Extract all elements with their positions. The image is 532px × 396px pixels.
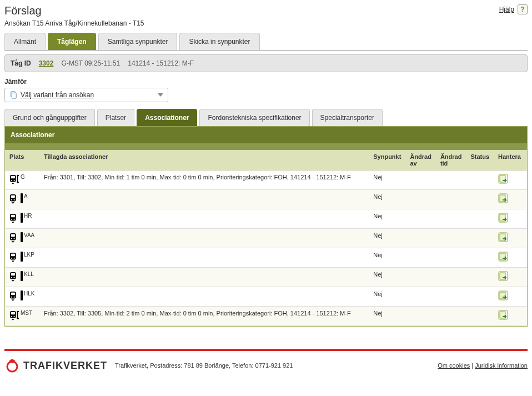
svg-point-14: [11, 199, 12, 200]
subtab-grund[interactable]: Grund och gånguppgifter: [4, 109, 95, 126]
th-andrad-av: Ändrad av: [405, 150, 436, 171]
hantera-button[interactable]: [498, 256, 508, 263]
association-text: [39, 209, 369, 229]
andrad-tid-value: [436, 268, 466, 287]
stop-bar-icon: [21, 271, 23, 281]
stop-bar-icon: [21, 232, 23, 242]
hantera-button[interactable]: [498, 178, 508, 185]
tab-skicka-synpunkter[interactable]: Skicka in synpunkter: [179, 33, 259, 50]
compare-dropdown[interactable]: Välj variant från ansökan: [4, 88, 168, 102]
status-value: [466, 209, 494, 229]
andrad-av-value: [405, 248, 436, 268]
plats-code: MST: [21, 310, 32, 316]
plats-code: LKP: [24, 252, 34, 258]
synpunkt-value: Nej: [369, 307, 405, 326]
andrad-tid-value: [436, 171, 466, 190]
table-row: KLLNej: [5, 268, 527, 287]
andrad-tid-value: [436, 209, 466, 229]
andrad-av-value: [405, 171, 436, 190]
synpunkt-value: Nej: [369, 190, 405, 209]
table-row: VAANej: [5, 229, 527, 248]
andrad-tid-value: [436, 248, 466, 268]
tab-taglagen[interactable]: Tåglägen: [48, 33, 96, 50]
footer: TRAFIKVERKET Trafikverket, Postadress: 7…: [4, 349, 528, 373]
svg-point-4: [11, 180, 12, 181]
plats-code: A: [24, 193, 28, 199]
page-subtitle: Ansökan T15 Arriva Tåg/Kinnekullebanan -…: [4, 19, 528, 27]
subtab-specialtransporter[interactable]: Specialtransporter: [312, 109, 383, 126]
svg-rect-8: [17, 175, 19, 176]
train-icon: [9, 232, 19, 244]
cookies-link[interactable]: Om cookies: [438, 362, 470, 369]
legal-link[interactable]: Juridisk information: [475, 362, 528, 369]
svg-rect-39: [500, 253, 505, 260]
svg-marker-6: [12, 183, 14, 184]
andrad-av-value: [405, 229, 436, 248]
association-text: [39, 268, 369, 287]
hantera-button[interactable]: [498, 198, 508, 204]
andrad-av-value: [405, 268, 436, 287]
help-icon[interactable]: ?: [518, 4, 528, 14]
association-text: [39, 248, 369, 268]
train-infobar: Tåg ID 3302 G-MST 09:25-11:51 141214 - 1…: [4, 54, 528, 72]
status-value: [466, 268, 494, 287]
association-text: Från: 3302, Till: 3305, Min-tid: 2 tim 0…: [39, 307, 369, 326]
svg-rect-25: [500, 214, 505, 221]
chevron-down-icon: [158, 93, 163, 97]
train-icon: [9, 213, 19, 225]
hantera-button[interactable]: [498, 275, 508, 282]
svg-point-5: [13, 180, 14, 181]
andrad-tid-value: [436, 307, 466, 326]
plats-code: HLK: [24, 290, 34, 297]
svg-point-42: [11, 277, 12, 278]
brand-text: TRAFIKVERKET: [23, 360, 107, 372]
table-row: ANej: [5, 190, 527, 209]
andrad-av-value: [405, 287, 436, 307]
svg-point-43: [13, 277, 14, 278]
svg-point-29: [13, 238, 14, 239]
hantera-button[interactable]: [498, 314, 508, 321]
svg-rect-59: [17, 311, 18, 319]
hantera-button[interactable]: [498, 237, 508, 243]
hantera-button[interactable]: [498, 217, 508, 224]
panel-title: Associationer: [5, 127, 527, 150]
svg-rect-9: [17, 182, 19, 183]
train-icon: [9, 310, 19, 322]
svg-rect-63: [500, 312, 505, 318]
stop-bar-icon: [21, 290, 23, 300]
tab-allmant[interactable]: Allmänt: [4, 33, 46, 50]
status-value: [466, 307, 494, 326]
status-value: [466, 248, 494, 268]
andrad-av-value: [405, 209, 436, 229]
synpunkt-value: Nej: [369, 268, 405, 287]
svg-rect-32: [500, 234, 505, 240]
svg-rect-34: [11, 254, 15, 257]
associations-panel: Associationer Plats Tillagda association…: [4, 126, 528, 327]
association-text: [39, 229, 369, 248]
svg-marker-23: [12, 222, 14, 223]
svg-point-28: [11, 238, 12, 239]
andrad-tid-value: [436, 287, 466, 307]
hantera-button[interactable]: [498, 295, 508, 302]
plats-code: HR: [24, 213, 32, 219]
compare-label: Jämför: [4, 78, 528, 86]
train-number-link[interactable]: 3302: [39, 59, 54, 67]
svg-point-36: [13, 258, 14, 259]
subtab-associationer[interactable]: Associationer: [137, 109, 197, 126]
synpunkt-value: Nej: [369, 248, 405, 268]
help-link[interactable]: Hjälp: [499, 6, 514, 13]
page-title: Förslag: [4, 4, 42, 17]
tab-samtliga-synpunkter[interactable]: Samtliga synpunkter: [98, 33, 178, 50]
svg-rect-53: [500, 292, 505, 299]
subtab-fordonstekniska[interactable]: Fordonstekniska specifikationer: [199, 109, 309, 126]
synpunkt-value: Nej: [369, 171, 405, 190]
svg-rect-55: [11, 312, 15, 315]
subtab-platser[interactable]: Platser: [97, 109, 134, 126]
synpunkt-value: Nej: [369, 229, 405, 248]
svg-marker-58: [12, 319, 14, 320]
svg-point-22: [13, 219, 14, 220]
plats-code: KLL: [24, 271, 34, 277]
svg-rect-60: [17, 311, 19, 312]
svg-point-21: [11, 219, 12, 220]
plats-code: VAA: [24, 232, 34, 238]
